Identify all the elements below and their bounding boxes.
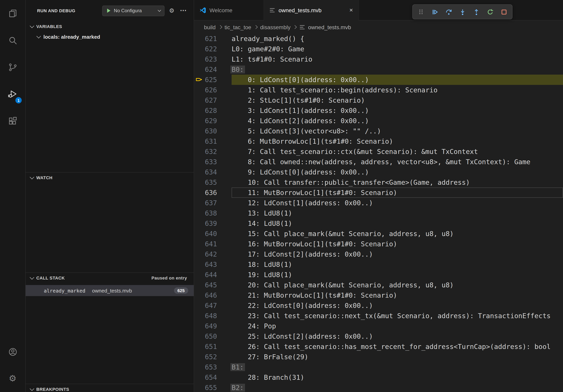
files-explorer-icon[interactable] <box>0 0 25 27</box>
line-number-gutter[interactable]: 637 <box>194 198 231 208</box>
drag-handle-icon[interactable] <box>414 6 428 18</box>
code-line[interactable]: 640 15: Call place_mark(&mut Scenario, a… <box>194 229 563 239</box>
line-number-gutter[interactable]: 630 <box>194 126 231 136</box>
code-line[interactable]: 631 6: MutBorrowLoc[1](ts#1#0: Scenario) <box>194 136 563 146</box>
line-number-gutter[interactable]: 622 <box>194 44 231 54</box>
line-number-gutter[interactable]: 621 <box>194 34 231 44</box>
restart-icon[interactable] <box>483 6 497 18</box>
line-number-gutter[interactable]: 626 <box>194 85 231 95</box>
code-line[interactable]: 630 5: LdConst[3](vector<u8>: "" /..) <box>194 126 563 136</box>
breadcrumb-item[interactable]: build <box>204 24 216 30</box>
code-line[interactable]: 646 21: MutBorrowLoc[1](ts#1#0: Scenario… <box>194 290 563 301</box>
line-number-gutter[interactable]: 625 <box>194 75 231 85</box>
code-line[interactable]: 644 19: LdU8(1) <box>194 270 563 280</box>
code-line[interactable]: 639 14: LdU8(1) <box>194 218 563 229</box>
line-number-gutter[interactable]: 649 <box>194 321 231 331</box>
line-number-gutter[interactable]: 648 <box>194 311 231 321</box>
continue-icon[interactable] <box>428 6 441 18</box>
tab-owned-tests[interactable]: owned_tests.mvb ✕ <box>264 0 359 20</box>
account-icon[interactable] <box>0 338 25 365</box>
line-number-gutter[interactable]: 655 <box>194 382 231 392</box>
line-number-gutter[interactable]: 650 <box>194 331 231 341</box>
code-line[interactable]: 638 13: LdU8(1) <box>194 208 563 218</box>
settings-gear-icon[interactable]: ⚙ <box>0 365 25 392</box>
variables-section-header[interactable]: VARIABLES <box>26 21 194 32</box>
code-line[interactable]: 633 8: Call owned::new(address, address,… <box>194 157 563 167</box>
locals-scope-row[interactable]: locals: already_marked <box>26 32 194 42</box>
line-number-gutter[interactable]: 647 <box>194 301 231 311</box>
line-number-gutter[interactable]: 632 <box>194 146 231 157</box>
run-and-debug-icon[interactable]: 1 <box>0 80 25 107</box>
line-number-gutter[interactable]: 623 <box>194 54 231 64</box>
breakpoints-section-header[interactable]: BREAKPOINTS <box>26 384 194 392</box>
line-number-gutter[interactable]: 651 <box>194 341 231 352</box>
line-number-gutter[interactable]: 634 <box>194 167 231 177</box>
line-number-gutter[interactable]: 640 <box>194 229 231 239</box>
code-line[interactable]: 624B0: <box>194 64 563 75</box>
step-out-icon[interactable] <box>470 6 483 18</box>
step-into-icon[interactable] <box>456 6 469 18</box>
code-line[interactable]: 623L1: ts#1#0: Scenario <box>194 54 563 64</box>
stack-frame-row[interactable]: already_marked owned_tests.mvb 625 <box>26 285 194 296</box>
line-number-gutter[interactable]: 629 <box>194 116 231 126</box>
code-line[interactable]: 652 27: BrFalse(29) <box>194 352 563 362</box>
code-line[interactable]: 632 7: Call test_scenario::ctx(&mut Scen… <box>194 146 563 157</box>
line-number-gutter[interactable]: 653 <box>194 362 231 372</box>
line-number-gutter[interactable]: 628 <box>194 105 231 116</box>
code-line[interactable]: 649 24: Pop <box>194 321 563 331</box>
code-line[interactable]: 645 20: Call place_mark(&mut Scenario, a… <box>194 280 563 290</box>
call-stack-section-header[interactable]: CALL STACK Paused on entry <box>26 273 194 283</box>
code-line[interactable]: 622L0: game#2#0: Game <box>194 44 563 54</box>
code-line[interactable]: 634 9: LdConst[0](address: 0x00..) <box>194 167 563 177</box>
code-line[interactable]: 643 18: LdU8(1) <box>194 259 563 270</box>
code-line[interactable]: 629 4: LdConst[2](address: 0x00..) <box>194 116 563 126</box>
line-number-gutter[interactable]: 624 <box>194 64 231 75</box>
code-line[interactable]: 650 25: LdConst[2](address: 0x00..) <box>194 331 563 341</box>
line-number-gutter[interactable]: 641 <box>194 239 231 249</box>
line-number-gutter[interactable]: 644 <box>194 270 231 280</box>
stop-icon[interactable] <box>497 6 511 18</box>
code-line[interactable]: 628 3: LdConst[1](address: 0x00..) <box>194 105 563 116</box>
source-control-icon[interactable] <box>0 54 25 80</box>
breadcrumb-file[interactable]: owned_tests.mvb <box>308 24 351 30</box>
line-number-gutter[interactable]: 638 <box>194 208 231 218</box>
breadcrumb-item[interactable]: disassembly <box>260 24 291 30</box>
launch-settings-gear-icon[interactable]: ⚙ <box>169 7 174 14</box>
code-line[interactable]: 654 28: Branch(31) <box>194 372 563 382</box>
debug-config-dropdown[interactable]: No Configura <box>102 5 164 16</box>
code-line[interactable]: 655B2: <box>194 382 563 392</box>
watch-section-header[interactable]: WATCH <box>26 172 194 183</box>
extensions-icon[interactable] <box>0 107 25 134</box>
tab-welcome[interactable]: Welcome <box>194 0 264 20</box>
code-line[interactable]: 651 26: Call test_scenario::has_most_rec… <box>194 341 563 352</box>
line-number-gutter[interactable]: 643 <box>194 259 231 270</box>
breadcrumb-item[interactable]: tic_tac_toe <box>225 24 251 30</box>
code-line[interactable]: 637 12: LdConst[1](address: 0x00..) <box>194 198 563 208</box>
code-line[interactable]: 627 2: StLoc[1](ts#1#0: Scenario) <box>194 95 563 105</box>
line-number-gutter[interactable]: 627 <box>194 95 231 105</box>
close-icon[interactable]: ✕ <box>349 7 353 13</box>
code-editor[interactable]: 621already_marked() {622L0: game#2#0: Ga… <box>194 34 563 392</box>
code-line[interactable]: 621already_marked() { <box>194 34 563 44</box>
line-number-gutter[interactable]: 639 <box>194 218 231 229</box>
line-number-gutter[interactable]: 631 <box>194 136 231 146</box>
code-line[interactable]: 635 10: Call transfer::public_transfer<G… <box>194 177 563 187</box>
line-number-gutter[interactable]: 654 <box>194 372 231 382</box>
code-line[interactable]: 625 0: LdConst[0](address: 0x00..) <box>194 75 563 85</box>
code-line[interactable]: 648 23: Call test_scenario::next_tx(&mut… <box>194 311 563 321</box>
line-number-gutter[interactable]: 635 <box>194 177 231 187</box>
search-icon[interactable] <box>0 27 25 54</box>
code-line[interactable]: 642 17: LdConst[2](address: 0x00..) <box>194 249 563 259</box>
line-number-gutter[interactable]: 646 <box>194 290 231 301</box>
line-number-gutter[interactable]: 642 <box>194 249 231 259</box>
line-number-gutter[interactable]: 633 <box>194 157 231 167</box>
line-number-gutter[interactable]: 636 <box>194 187 231 198</box>
code-line[interactable]: 626 1: Call test_scenario::begin(address… <box>194 85 563 95</box>
line-number-gutter[interactable]: 645 <box>194 280 231 290</box>
start-debug-icon[interactable] <box>106 8 111 13</box>
line-number-gutter[interactable]: 652 <box>194 352 231 362</box>
code-line[interactable]: 653B1: <box>194 362 563 372</box>
code-line[interactable]: 636 11: MutBorrowLoc[1](ts#1#0: Scenario… <box>194 187 563 198</box>
step-over-icon[interactable] <box>442 6 455 18</box>
code-line[interactable]: 647 22: LdConst[0](address: 0x00..) <box>194 301 563 311</box>
